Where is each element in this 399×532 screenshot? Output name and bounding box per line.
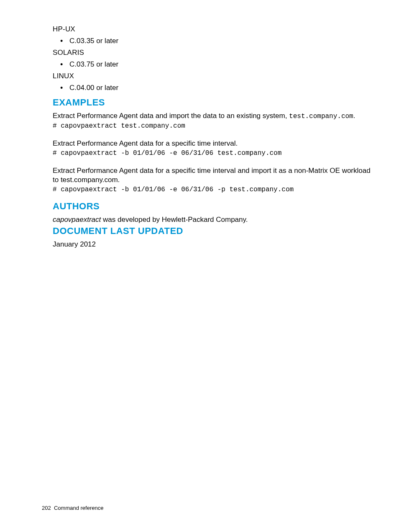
page-number: 202	[42, 505, 51, 511]
page-footer: 202 Command reference	[42, 505, 103, 511]
section-examples: EXAMPLES	[53, 97, 372, 108]
example-command-1: # capovpaextract test.company.com	[53, 122, 372, 130]
page-content: HP-UX C.03.35 or later SOLARIS C.03.75 o…	[0, 0, 399, 249]
example-desc-2: Extract Performance Agent data for a spe…	[53, 139, 372, 148]
text: was developed by Hewlett-Packard Company…	[101, 216, 248, 224]
text: .	[353, 112, 356, 120]
version-list-linux: C.04.00 or later	[53, 82, 372, 94]
list-item: C.03.75 or later	[69, 59, 372, 70]
version-list-hpux: C.03.35 or later	[53, 35, 372, 47]
os-label-linux: LINUX	[53, 72, 372, 80]
os-label-hpux: HP-UX	[53, 25, 372, 33]
footer-title: Command reference	[54, 505, 104, 511]
list-item: C.04.00 or later	[69, 82, 372, 94]
section-authors: AUTHORS	[53, 201, 372, 212]
command-name-italic: capovpaextract	[53, 216, 101, 224]
inline-code: test.company.com	[289, 113, 353, 120]
authors-text: capovpaextract was developed by Hewlett-…	[53, 215, 372, 224]
text: Extract Performance Agent data and impor…	[53, 112, 289, 120]
example-command-3: # capovpaextract -b 01/01/06 -e 06/31/06…	[53, 186, 372, 193]
example-command-2: # capovpaextract -b 01/01/06 -e 06/31/06…	[53, 149, 372, 157]
list-item: C.03.35 or later	[69, 35, 372, 47]
updated-value: January 2012	[53, 240, 372, 249]
example-desc-3: Extract Performance Agent data for a spe…	[53, 166, 372, 184]
section-updated: DOCUMENT LAST UPDATED	[53, 226, 372, 236]
os-label-solaris: SOLARIS	[53, 49, 372, 57]
example-desc-1: Extract Performance Agent data and impor…	[53, 111, 372, 121]
version-list-solaris: C.03.75 or later	[53, 59, 372, 70]
